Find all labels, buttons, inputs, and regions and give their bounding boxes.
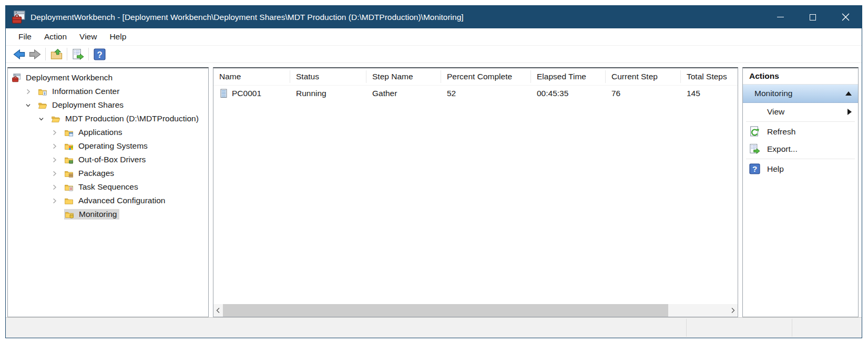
cell-elapsed-time: 00:45:35 [531,89,606,98]
workbench-icon [12,74,22,82]
back-button[interactable] [11,47,27,61]
actions-pane-title: Actions [743,68,858,85]
help-icon [749,163,760,174]
chevron-down-icon[interactable] [37,114,51,123]
tree-item-label: Deployment Shares [52,100,124,110]
minimize-button[interactable] [764,6,796,28]
help-button[interactable] [91,47,107,61]
folder-icon [64,196,75,205]
folder-open-icon [38,101,48,110]
action-label: Help [767,164,784,174]
menu-view[interactable]: View [73,28,103,45]
folder-monitoring-icon [65,210,75,219]
maximize-button[interactable] [796,6,829,28]
tree-item-task-sequences[interactable]: Task Sequences [8,180,208,194]
console-tree-pane: Deployment Workbench Information Center … [7,67,209,317]
actions-group-monitoring[interactable]: Monitoring [743,85,858,103]
window-title: DeploymentWorkbench - [Deployment Workbe… [30,13,764,22]
column-header-percent-complete[interactable]: Percent Complete [441,70,531,83]
tree-item-deployment-workbench[interactable]: Deployment Workbench [8,71,208,85]
chevron-right-icon[interactable] [50,183,64,191]
chevron-right-icon[interactable] [50,196,64,205]
folder-info-icon [38,87,48,96]
tree-item-label: Operating Systems [78,141,148,151]
action-label: View [767,107,784,117]
scrollbar-track[interactable] [668,304,728,317]
export-list-icon [72,48,84,60]
actions-separator [746,121,855,122]
tree-item-deployment-shares[interactable]: Deployment Shares [8,98,208,112]
actions-pane: Actions Monitoring View Refresh Export..… [742,67,859,317]
cell-total-steps: 145 [681,89,738,98]
toolbar-separator [88,48,89,60]
menu-action[interactable]: Action [38,28,73,45]
folder-up-icon [50,48,63,60]
folder-tasks-icon [64,183,75,192]
tree-item-label: Packages [78,169,114,178]
tree-item-applications[interactable]: Applications [8,126,208,139]
close-icon [842,13,850,21]
actions-group-label: Monitoring [754,89,792,98]
status-bar [6,317,862,338]
action-refresh[interactable]: Refresh [743,123,858,140]
export-icon [749,143,760,154]
toolbar-separator [67,48,67,60]
tree-item-mdt-production[interactable]: MDT Production (D:\MDTProduction) [8,112,208,126]
column-header-elapsed-time[interactable]: Elapsed Time [531,70,606,83]
toolbar [6,46,862,63]
column-header-name[interactable]: Name [213,70,290,83]
tree-item-label: Task Sequences [78,182,138,192]
computer-monitor-icon [219,89,228,98]
column-header-status[interactable]: Status [290,70,366,83]
column-header-current-step[interactable]: Current Step [606,70,681,83]
tree-item-label: Out-of-Box Drivers [78,155,146,164]
tree-item-label: MDT Production (D:\MDTProduction) [65,114,199,123]
cell-step-name: Gather [366,89,441,98]
tree-item-out-of-box-drivers[interactable]: Out-of-Box Drivers [8,153,208,166]
content-area: Deployment Workbench Information Center … [6,63,862,317]
chevron-down-icon[interactable] [24,101,38,109]
cell-percent-complete: 52 [441,89,531,98]
listview-empty-area [213,101,738,304]
action-label: Refresh [767,127,795,137]
menu-file[interactable]: File [12,28,38,45]
chevron-right-icon[interactable] [50,142,64,150]
help-icon [94,48,106,60]
tree-item-label: Deployment Workbench [26,73,113,82]
menu-help[interactable]: Help [103,28,132,45]
scroll-left-button[interactable] [213,304,223,317]
forward-button[interactable] [27,47,43,61]
chevron-right-icon[interactable] [24,87,38,96]
chevron-right-icon[interactable] [50,128,64,137]
action-help[interactable]: Help [743,160,858,178]
tree-selection-highlight: Monitoring [64,209,119,220]
scrollbar-thumb[interactable] [223,304,668,317]
actions-separator [746,159,855,159]
column-header-step-name[interactable]: Step Name [366,70,441,83]
tree-item-monitoring[interactable]: Monitoring [8,207,208,221]
tree-item-information-center[interactable]: Information Center [8,85,208,98]
export-list-button[interactable] [70,47,86,61]
chevron-placeholder [50,210,64,218]
folder-applications-icon [64,128,75,137]
action-export[interactable]: Export... [743,140,858,158]
collapse-icon[interactable] [845,91,852,96]
action-view[interactable]: View [743,103,858,120]
column-header-total-steps[interactable]: Total Steps [681,70,738,83]
status-bar-divider [686,319,687,337]
results-pane: Name Status Step Name Percent Complete E… [213,67,738,317]
scroll-right-button[interactable] [728,304,738,317]
submenu-arrow-icon [847,109,852,115]
folder-open-icon [51,114,62,123]
tree-item-label: Advanced Configuration [78,196,165,205]
listview-header: Name Status Step Name Percent Complete E… [213,68,738,86]
tree-item-packages[interactable]: Packages [8,166,208,180]
tree-item-advanced-configuration[interactable]: Advanced Configuration [8,194,208,207]
close-button[interactable] [829,6,862,28]
tree-item-label: Applications [78,128,122,137]
tree-item-operating-systems[interactable]: Operating Systems [8,139,208,153]
show-console-tree-button[interactable] [48,47,64,61]
chevron-right-icon[interactable] [50,155,64,164]
table-row-pc0001[interactable]: PC0001 Running Gather 52 00:45:35 76 145 [213,86,738,101]
chevron-right-icon[interactable] [50,169,64,178]
